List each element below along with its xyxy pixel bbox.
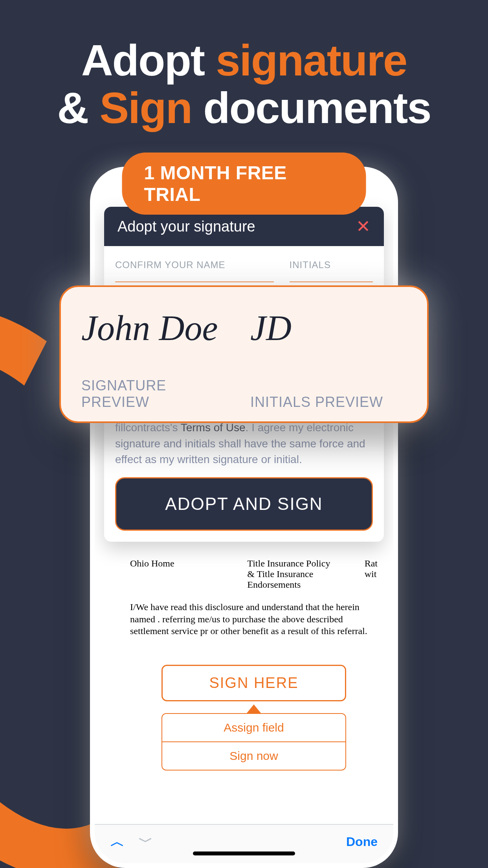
adopt-button-label: ADOPT AND SIGN [165, 494, 323, 513]
assign-field-option[interactable]: Assign field [162, 714, 345, 741]
adopt-title: Adopt your signature [117, 218, 255, 235]
headline-text: & [57, 83, 99, 132]
caret-up-icon [247, 704, 261, 713]
sign-dropdown: Assign field Sign now [161, 713, 346, 771]
done-button[interactable]: Done [346, 835, 378, 849]
headline-accent: Sign [99, 83, 192, 132]
signature-preview-value: John Doe [81, 303, 238, 346]
doc-col-b: Title Insurance Policy & Title Insurance… [247, 558, 341, 590]
headline: Adopt signature & Sign documents [0, 37, 488, 132]
initials-field[interactable]: INITIALS [290, 259, 373, 282]
doc-col-c: Rat wit [365, 558, 378, 590]
terms-link[interactable]: Terms of Use [181, 421, 246, 434]
adopt-and-sign-button[interactable]: ADOPT AND SIGN [115, 477, 373, 531]
doc-paragraph: I/We have read this disclosure and under… [130, 601, 378, 637]
prev-field-icon[interactable]: ︿ [110, 832, 125, 851]
free-trial-badge: 1 MONTH FREE TRIAL [122, 153, 366, 215]
home-indicator [193, 851, 295, 855]
free-trial-label: 1 MONTH FREE TRIAL [144, 162, 287, 205]
initials-preview-label: INITIALS PREVIEW [250, 394, 407, 410]
phone-frame: Adopt your signature ✕ CONFIRM YOUR NAME… [90, 167, 398, 868]
confirm-name-field[interactable]: CONFIRM YOUR NAME [115, 259, 274, 282]
sign-here-label: SIGN HERE [209, 675, 298, 691]
signature-preview-label: SIGNATURE PREVIEW [81, 377, 238, 410]
document-preview: Ohio Home Title Insurance Policy & Title… [95, 547, 393, 824]
next-field-icon[interactable]: ﹀ [139, 832, 153, 851]
close-icon[interactable]: ✕ [356, 218, 371, 235]
initials-preview-value: JD [250, 303, 407, 346]
phone-screen: Adopt your signature ✕ CONFIRM YOUR NAME… [95, 171, 393, 863]
headline-accent: signature [216, 36, 407, 85]
doc-col-a: Ohio Home [130, 558, 224, 590]
consent-text: fillcontracts's Terms of Use. I agree my… [104, 420, 384, 468]
headline-text: Adopt [81, 36, 216, 85]
sign-now-option[interactable]: Sign now [162, 741, 345, 770]
sign-here-button[interactable]: SIGN HERE [161, 665, 346, 701]
headline-text: documents [192, 83, 431, 132]
signature-preview-callout: John Doe SIGNATURE PREVIEW JD INITIALS P… [59, 285, 429, 423]
keyboard-accessory-bar: ︿ ﹀ Done [95, 824, 393, 863]
